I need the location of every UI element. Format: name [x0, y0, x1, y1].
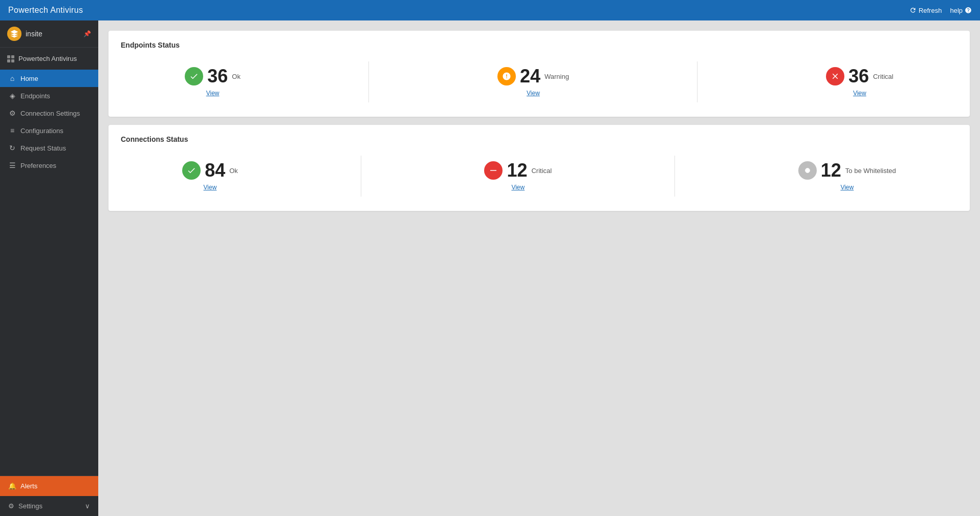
endpoints-critical-label: Critical [873, 73, 894, 80]
brand-icon [7, 27, 21, 41]
endpoints-critical-view-link[interactable]: View [853, 90, 866, 97]
connections-ok-count: 84 [205, 161, 225, 180]
endpoints-ok-view-link[interactable]: View [206, 90, 220, 97]
sidebar-item-alerts[interactable]: 🔔 Alerts [0, 476, 98, 496]
connections-whitelist-item: 12 To be Whitelisted View [798, 161, 896, 191]
sidebar-item-configurations[interactable]: ≡ Configurations [0, 122, 98, 139]
sidebar-item-endpoints[interactable]: ◈ Endpoints [0, 87, 98, 104]
connections-ok-view-link[interactable]: View [204, 184, 217, 191]
sidebar-item-settings[interactable]: ⚙ Settings ∨ [0, 496, 98, 516]
top-bar-actions: Refresh help [909, 7, 972, 14]
endpoints-ok-icon [185, 67, 203, 85]
sidebar: insite 📌 Powertech Antivirus ⌂ Home ◈ En… [0, 20, 98, 516]
sidebar-app-section: Powertech Antivirus [0, 48, 98, 70]
config-icon: ≡ [8, 126, 16, 135]
connections-ok-item: 84 Ok View [182, 161, 238, 191]
divider-1 [368, 61, 369, 102]
divider-4 [674, 156, 675, 197]
alerts-icon: 🔔 [8, 482, 16, 490]
page-title: Powertech Antivirus [8, 6, 83, 15]
content-area: Endpoints Status 36 Ok View [98, 20, 980, 516]
endpoints-ok-label: Ok [232, 73, 241, 80]
divider-3 [361, 156, 361, 197]
connections-whitelist-number-row: 12 To be Whitelisted [798, 161, 896, 180]
brand-name: insite [26, 30, 42, 38]
sidebar-brand: insite 📌 [0, 20, 98, 48]
sidebar-app-name: Powertech Antivirus [18, 55, 77, 62]
endpoints-critical-item: 36 Critical View [826, 67, 894, 97]
request-icon: ↻ [8, 144, 16, 152]
endpoints-warning-view-link[interactable]: View [527, 90, 540, 97]
main-layout: insite 📌 Powertech Antivirus ⌂ Home ◈ En… [0, 20, 980, 516]
connections-status-card: Connections Status 84 Ok View [108, 125, 970, 211]
connections-whitelist-icon [798, 161, 817, 180]
divider-2 [697, 61, 698, 102]
endpoints-ok-number-row: 36 Ok [185, 67, 241, 85]
connections-status-row: 84 Ok View 12 Critical View [121, 156, 957, 197]
endpoints-critical-number-row: 36 Critical [826, 67, 894, 85]
connections-whitelist-view-link[interactable]: View [840, 184, 854, 191]
endpoints-warning-number-row: 24 Warning [497, 67, 569, 85]
connections-critical-icon [484, 161, 503, 180]
sidebar-item-request-status[interactable]: ↻ Request Status [0, 139, 98, 157]
endpoints-critical-count: 36 [848, 67, 869, 85]
endpoints-ok-item: 36 Ok View [185, 67, 241, 97]
sidebar-item-preferences[interactable]: ☰ Preferences [0, 157, 98, 174]
endpoints-critical-icon [826, 67, 844, 85]
endpoints-warning-item: 24 Warning View [497, 67, 569, 97]
refresh-button[interactable]: Refresh [909, 7, 942, 14]
endpoints-status-title: Endpoints Status [121, 41, 957, 49]
endpoints-status-card: Endpoints Status 36 Ok View [108, 31, 970, 117]
sidebar-nav: ⌂ Home ◈ Endpoints ⚙ Connection Settings… [0, 70, 98, 476]
connections-ok-number-row: 84 Ok [182, 161, 238, 180]
settings-icon: ⚙ [8, 502, 14, 510]
endpoints-warning-label: Warning [545, 73, 569, 80]
chevron-down-icon: ∨ [85, 502, 90, 510]
endpoints-status-row: 36 Ok View 24 Warning View [121, 61, 957, 102]
connections-critical-view-link[interactable]: View [511, 184, 525, 191]
svg-point-1 [805, 168, 810, 173]
help-button[interactable]: help [950, 7, 972, 14]
connections-ok-icon [182, 161, 201, 180]
preferences-icon: ☰ [8, 161, 16, 169]
endpoints-ok-count: 36 [207, 67, 228, 85]
connections-critical-count: 12 [507, 161, 527, 180]
endpoints-icon: ◈ [8, 92, 16, 100]
endpoints-warning-icon [497, 67, 516, 85]
connections-critical-item: 12 Critical View [484, 161, 552, 191]
connections-whitelist-label: To be Whitelisted [845, 167, 896, 175]
pin-icon[interactable]: 📌 [83, 30, 91, 37]
sidebar-item-home[interactable]: ⌂ Home [0, 70, 98, 87]
app-grid-icon [7, 55, 14, 62]
connections-status-title: Connections Status [121, 135, 957, 143]
svg-rect-0 [490, 170, 496, 171]
home-icon: ⌂ [8, 74, 16, 82]
connections-whitelist-count: 12 [821, 161, 841, 180]
connection-icon: ⚙ [8, 109, 16, 117]
sidebar-app-header[interactable]: Powertech Antivirus [0, 51, 98, 67]
sidebar-item-connection-settings[interactable]: ⚙ Connection Settings [0, 104, 98, 122]
connections-critical-label: Critical [531, 167, 552, 175]
sidebar-bottom: 🔔 Alerts ⚙ Settings ∨ [0, 476, 98, 516]
connections-ok-label: Ok [229, 167, 238, 175]
endpoints-warning-count: 24 [520, 67, 540, 85]
connections-critical-number-row: 12 Critical [484, 161, 552, 180]
top-bar: Powertech Antivirus Refresh help [0, 0, 980, 20]
